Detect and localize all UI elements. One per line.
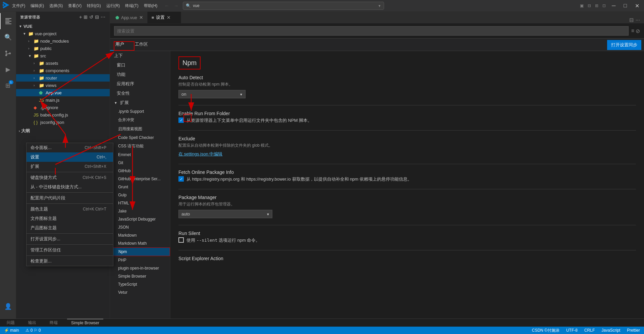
menu-snippets[interactable]: 配置用户代码片段 (26, 193, 113, 203)
tree-item-babel[interactable]: JS babel.config.js (16, 111, 110, 118)
nav-markdown-math[interactable]: Markdown Math (110, 239, 170, 247)
menu-view[interactable]: 查看(V) (68, 3, 82, 9)
tree-item-views[interactable]: › 📁 views (16, 82, 110, 89)
tree-item-router[interactable]: › 📁 router (16, 74, 110, 82)
menu-file-icon-theme[interactable]: 文件图标主题 (26, 214, 113, 223)
panel-tab-problems[interactable]: 问题 (3, 319, 19, 327)
status-encoding[interactable]: UTF-8 (565, 328, 579, 333)
outline-section[interactable]: › 大纲 (16, 127, 110, 135)
tab-close[interactable]: ✕ (139, 15, 143, 20)
clear-search-icon[interactable]: ⊘ (636, 28, 640, 34)
nav-git[interactable]: Git (110, 159, 170, 167)
enable-run-checkbox[interactable] (178, 117, 184, 123)
nav-markdown[interactable]: Markdown (110, 231, 170, 239)
activity-account[interactable]: 👤 (0, 298, 16, 315)
section-vue[interactable]: ▼ VUE (16, 22, 110, 30)
package-manager-select[interactable]: auto npm yarn pnpm (178, 210, 272, 218)
activity-run[interactable]: ▶ (0, 61, 16, 78)
status-errors[interactable]: ⚠ 0 ⚐ 0 (24, 328, 42, 333)
nav-npm[interactable]: Npm (110, 247, 170, 256)
menu-goto[interactable]: 转到(G) (87, 3, 101, 9)
status-csdn[interactable]: CSDN ©付施涂 (531, 328, 561, 333)
menu-help[interactable]: 帮助(H) (144, 3, 158, 9)
tree-item-components[interactable]: › 📁 components (16, 67, 110, 74)
nav-css[interactable]: CSS 语言功能 (110, 142, 170, 151)
layout-toggle-4[interactable]: ⊡ (602, 3, 606, 8)
menu-select[interactable]: 选择(S) (49, 3, 63, 9)
menu-command-palette[interactable]: 命令面板... Ctrl+Shift+P (26, 143, 113, 152)
auto-detect-select[interactable]: on off auto (178, 90, 246, 98)
layout-toggle-2[interactable]: ⊟ (588, 3, 591, 8)
nav-github[interactable]: GitHub (110, 167, 170, 175)
more-tab-actions-icon[interactable]: ··· (636, 17, 640, 23)
tree-item-app-vue[interactable]: ⬟ App.vue (16, 89, 110, 96)
nav-html[interactable]: HTML (110, 199, 170, 207)
nav-spell[interactable]: Code Spell Checker (110, 134, 170, 142)
activity-explorer[interactable] (0, 13, 16, 29)
tab-workspace[interactable]: 工作区 (129, 39, 153, 51)
menu-open-sync[interactable]: 打开设置同步... (26, 234, 113, 244)
tree-item-jsconfig[interactable]: { } jsconfig.json (16, 118, 110, 126)
panel-tab-terminal[interactable]: 终端 (46, 319, 62, 327)
menu-trust[interactable]: 管理工作区信任 (26, 245, 113, 255)
nav-search[interactable]: 启用搜索视图 (110, 125, 170, 134)
status-line-ending[interactable]: CRLF (583, 328, 596, 333)
nav-jake[interactable]: Jake (110, 207, 170, 215)
nav-simple-browser[interactable]: Simple Browser (110, 272, 170, 280)
maximize-button[interactable]: □ (622, 2, 629, 9)
panel-tab-simple-browser[interactable]: Simple Browser (67, 319, 103, 327)
nav-ipynb[interactable]: .ipynb Support (110, 107, 170, 115)
menu-check-updates[interactable]: 检查更新... (26, 256, 113, 266)
nav-open-in-browser[interactable]: plugin open-in-browser (110, 264, 170, 272)
nav-grunt[interactable]: Grunt (110, 183, 170, 191)
tab-app-vue[interactable]: ⬟ App.vue ✕ (111, 12, 148, 23)
menu-settings[interactable]: 设置 Ctrl+, (26, 152, 113, 162)
back-button[interactable]: ← (163, 2, 171, 10)
new-folder-icon[interactable]: ⊞ (84, 14, 88, 20)
panel-tab-output[interactable]: 输出 (24, 319, 40, 327)
tree-item-gitignore[interactable]: ◆ .gitignore (16, 104, 110, 111)
refresh-icon[interactable]: ↺ (89, 14, 94, 20)
nav-window[interactable]: 窗口 (110, 60, 170, 70)
menu-migrate-shortcuts[interactable]: 从 - 中迁移键盘快捷方式... (26, 182, 113, 192)
menu-extensions[interactable]: 扩展 Ctrl+Shift+X (26, 162, 113, 171)
menu-terminal[interactable]: 终端(T) (125, 3, 138, 9)
tree-item-main-js[interactable]: JS main.js (16, 96, 110, 104)
search-input[interactable] (193, 3, 376, 8)
forward-button[interactable]: → (172, 2, 180, 10)
status-git-branch[interactable]: ⚡ main (3, 328, 20, 333)
menu-edit[interactable]: 编辑(E) (31, 3, 44, 9)
settings-json-link[interactable]: 在 settings.json 中编辑 (178, 151, 223, 156)
new-file-icon[interactable]: + (79, 14, 82, 20)
status-language[interactable]: JavaScript (600, 328, 622, 333)
nav-json[interactable]: JSON (110, 223, 170, 231)
minimize-button[interactable]: ─ (610, 2, 618, 9)
tree-item-vue-project[interactable]: ▼ 📁 vue-project (16, 30, 110, 37)
nav-app[interactable]: 应用程序 (110, 79, 170, 89)
tab-user[interactable]: 用户 (110, 39, 129, 51)
global-search-bar[interactable]: 🔍 ▼ (183, 2, 384, 10)
activity-extensions[interactable]: ⊞ 1 (0, 78, 16, 94)
tree-item-node-modules[interactable]: › 📁 node_modules (16, 37, 110, 45)
menu-keyboard-shortcuts[interactable]: 键盘快捷方式 Ctrl+K Ctrl+S (26, 173, 113, 182)
menu-color-theme[interactable]: 颜色主题 Ctrl+K Ctrl+T (26, 204, 113, 214)
fetch-online-checkbox[interactable] (178, 176, 184, 182)
run-silent-checkbox[interactable] (178, 237, 184, 243)
menu-product-icon-theme[interactable]: 产品图标主题 (26, 223, 113, 233)
nav-common[interactable]: 上下 (110, 51, 170, 60)
tab-close-settings[interactable]: ✕ (167, 15, 171, 20)
nav-gulp[interactable]: Gulp (110, 191, 170, 199)
split-editor-icon[interactable]: ⊟ (629, 17, 634, 23)
activity-git[interactable] (0, 45, 16, 61)
more-icon[interactable]: ··· (101, 14, 106, 20)
nav-emmet[interactable]: Emmet (110, 151, 170, 159)
tree-item-src[interactable]: ▼ 📁 src (16, 52, 110, 59)
nav-security[interactable]: 安全性 (110, 89, 170, 98)
filter-icon[interactable]: ≡ (631, 28, 634, 34)
tree-item-public[interactable]: › 📁 public (16, 45, 110, 52)
layout-toggle-3[interactable]: ⊞ (595, 3, 598, 8)
settings-search-input[interactable] (114, 26, 629, 36)
menu-run[interactable]: 运行(R) (106, 3, 120, 9)
nav-features[interactable]: 功能 (110, 70, 170, 79)
layout-toggle-1[interactable]: ▣ (580, 3, 584, 8)
